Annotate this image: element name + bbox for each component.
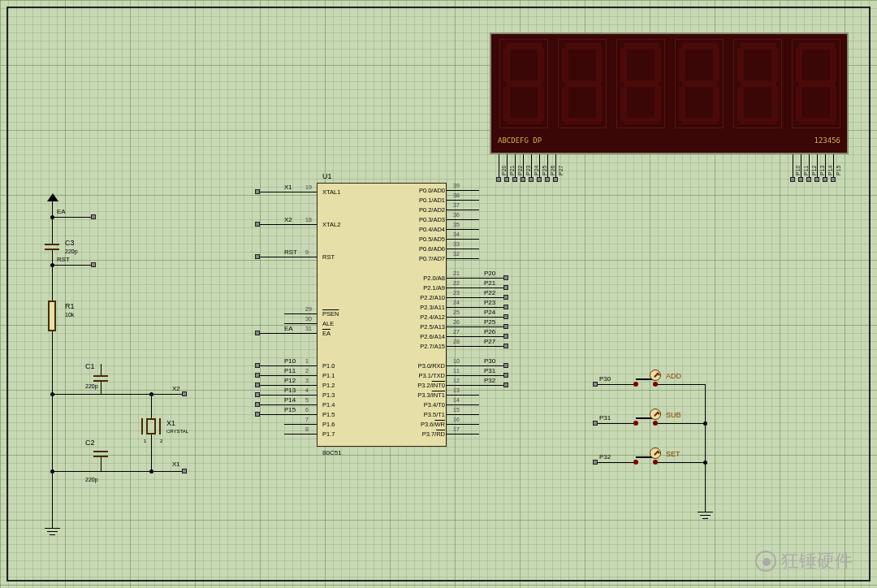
netlabel: P26 — [484, 328, 495, 335]
watermark-text: 狂锤硬件 — [781, 549, 853, 573]
netlabel: P12 — [284, 377, 296, 384]
netlabel: EA — [284, 325, 293, 332]
probe-icon — [650, 409, 661, 420]
c1-ref: C1 — [85, 362, 95, 370]
crystal-x1[interactable] — [138, 418, 164, 435]
netlabel: P32 — [484, 377, 495, 384]
terminal-P30[interactable] — [503, 363, 508, 368]
c3-ref: C3 — [65, 239, 75, 247]
seven-seg-digit — [675, 39, 724, 128]
terminal-P23[interactable] — [521, 177, 525, 182]
pinlabel: P20 — [501, 166, 507, 175]
seven-seg-digit — [733, 39, 782, 128]
seven-seg-digit — [792, 39, 840, 128]
pinlabel: P10 — [795, 166, 801, 175]
netlabel: X2 — [284, 216, 292, 223]
pinlabel: P27 — [558, 166, 564, 175]
terminal-P14[interactable] — [255, 402, 260, 407]
netlabel-rst: RST — [57, 256, 70, 263]
ic-ref: U1 — [322, 172, 332, 180]
display-label-dig: 123456 — [814, 136, 840, 145]
netlabel: P32 — [599, 453, 611, 460]
watermark: 狂锤硬件 — [755, 549, 853, 573]
probe-icon — [650, 370, 661, 381]
terminal-X1[interactable] — [255, 189, 260, 194]
terminal-x2[interactable] — [182, 391, 187, 396]
terminal-P21[interactable] — [503, 285, 508, 290]
x1-val: CRYSTAL — [166, 429, 188, 434]
netlabel: RST — [284, 249, 297, 256]
netlabel: P11 — [284, 367, 296, 374]
seven-seg-digit — [558, 39, 607, 128]
netlabel: P20 — [484, 270, 495, 277]
terminal-P13[interactable] — [255, 392, 260, 397]
button-label: ADD — [666, 372, 681, 380]
terminal-P11[interactable] — [255, 373, 260, 378]
netlabel-x1: X1 — [172, 460, 180, 468]
terminal-P13[interactable] — [814, 177, 819, 182]
netlabel: P31 — [599, 414, 611, 422]
terminal-P15[interactable] — [831, 177, 836, 182]
terminal-P14[interactable] — [823, 177, 827, 182]
probe-icon — [650, 447, 661, 459]
seven-seg-digit — [616, 39, 665, 128]
terminal-P12[interactable] — [255, 383, 260, 387]
terminal-rst[interactable] — [91, 262, 96, 267]
pinlabel: P22 — [517, 166, 523, 175]
terminal-P11[interactable] — [798, 177, 803, 182]
pinlabel: P25 — [542, 166, 547, 175]
terminal-EA[interactable] — [255, 331, 260, 335]
terminal-ea[interactable] — [91, 214, 96, 219]
terminal-P24[interactable] — [529, 177, 534, 182]
terminal-P26[interactable] — [503, 334, 508, 339]
netlabel: P10 — [284, 357, 296, 365]
netlabel: P31 — [484, 367, 495, 374]
xtal-pin2: 2 — [160, 439, 162, 443]
pinlabel: P14 — [827, 166, 833, 175]
terminal-P15[interactable] — [255, 412, 260, 417]
terminal-P10[interactable] — [255, 363, 260, 368]
terminal-P21[interactable] — [504, 177, 509, 182]
resistor-r1[interactable] — [48, 300, 56, 331]
c2-val: 220p — [85, 477, 98, 482]
terminal-x1[interactable] — [182, 469, 187, 473]
terminal-P12[interactable] — [806, 177, 811, 182]
netlabel: P14 — [284, 396, 296, 404]
terminal-P22[interactable] — [503, 295, 508, 300]
terminal-P27[interactable] — [553, 177, 558, 182]
netlabel: P27 — [484, 338, 495, 345]
pinlabel: P12 — [811, 166, 817, 175]
terminal-P26[interactable] — [545, 177, 550, 182]
pinlabel: P24 — [534, 166, 539, 175]
pinlabel: P15 — [836, 166, 841, 175]
terminal-RST[interactable] — [255, 254, 260, 259]
terminal-P24[interactable] — [503, 314, 508, 319]
netlabel: P21 — [484, 279, 495, 287]
pinlabel: P26 — [550, 166, 555, 175]
netlabel: P13 — [284, 387, 296, 394]
terminal-P10[interactable] — [790, 177, 795, 182]
c2-ref: C2 — [85, 439, 95, 447]
pinlabel: P13 — [819, 166, 825, 175]
terminal-P25[interactable] — [537, 177, 542, 182]
watermark-icon — [755, 551, 776, 572]
pinlabel: P23 — [525, 166, 531, 175]
terminal-P27[interactable] — [503, 344, 508, 348]
terminal-P25[interactable] — [503, 324, 508, 329]
terminal-P20[interactable] — [496, 177, 501, 182]
terminal-P32[interactable] — [503, 383, 508, 387]
terminal-P22[interactable] — [512, 177, 517, 182]
terminal-X2[interactable] — [255, 222, 260, 227]
c3-val: 220p — [65, 249, 78, 254]
netlabel: X1 — [284, 184, 292, 191]
terminal-P31[interactable] — [503, 373, 508, 378]
pinlabel: P11 — [803, 166, 809, 175]
terminal-P20[interactable] — [503, 275, 508, 280]
netlabel: P24 — [484, 309, 495, 316]
xtal-pin1: 1 — [144, 439, 146, 443]
netlabel: P30 — [484, 357, 495, 365]
r1-ref: R1 — [65, 302, 75, 310]
pinlabel: P21 — [509, 166, 515, 175]
seven-segment-display[interactable]: ABCDEFG DP 123456 — [490, 32, 849, 154]
terminal-P23[interactable] — [503, 305, 508, 309]
